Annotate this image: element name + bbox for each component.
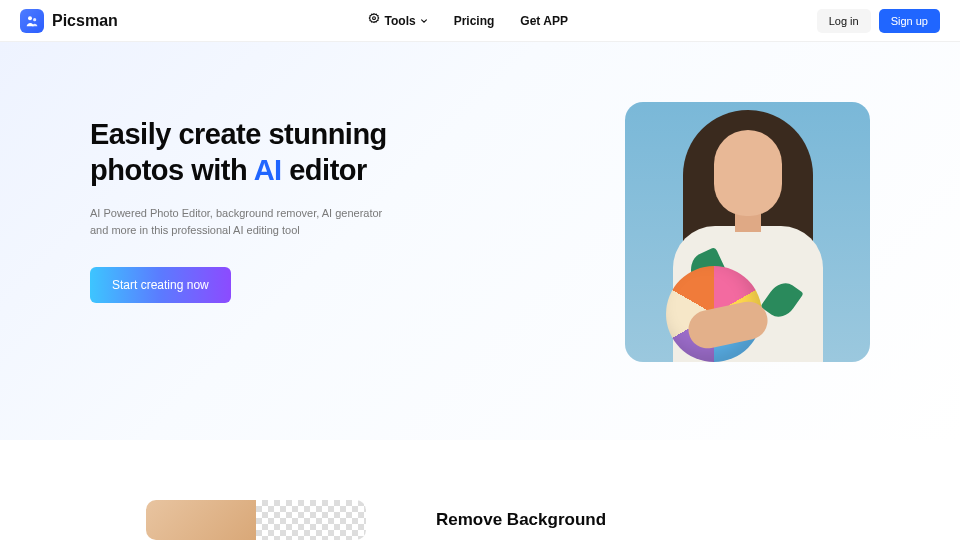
brand-name: Picsman bbox=[52, 12, 118, 30]
hero-text: Easily create stunning photos with AI ed… bbox=[90, 102, 420, 303]
chevron-down-icon bbox=[420, 17, 428, 25]
feature-image bbox=[146, 500, 366, 540]
nav-tools-label: Tools bbox=[385, 14, 416, 28]
nav-pricing-label: Pricing bbox=[454, 14, 495, 28]
nav-getapp[interactable]: Get APP bbox=[520, 14, 568, 28]
hero-image bbox=[625, 102, 870, 362]
logo[interactable]: Picsman bbox=[20, 9, 118, 33]
nav-right: Log in Sign up bbox=[817, 9, 940, 33]
svg-point-1 bbox=[33, 18, 36, 21]
signup-button[interactable]: Sign up bbox=[879, 9, 940, 33]
headline-part2: editor bbox=[282, 154, 367, 186]
hero-subtitle: AI Powered Photo Editor, background remo… bbox=[90, 205, 390, 239]
hero-section: Easily create stunning photos with AI ed… bbox=[0, 42, 960, 440]
svg-point-2 bbox=[372, 17, 375, 20]
nav-tools[interactable]: Tools bbox=[367, 12, 428, 29]
nav-center: Tools Pricing Get APP bbox=[367, 12, 568, 29]
headline-ai: AI bbox=[254, 154, 282, 186]
header: Picsman Tools Pricing Get APP Log in Sig… bbox=[0, 0, 960, 42]
start-creating-button[interactable]: Start creating now bbox=[90, 267, 231, 303]
headline: Easily create stunning photos with AI ed… bbox=[90, 116, 420, 189]
logo-icon bbox=[20, 9, 44, 33]
feature-section: Remove Background bbox=[0, 440, 960, 540]
svg-point-0 bbox=[28, 16, 32, 20]
login-button[interactable]: Log in bbox=[817, 9, 871, 33]
nav-getapp-label: Get APP bbox=[520, 14, 568, 28]
nav-pricing[interactable]: Pricing bbox=[454, 14, 495, 28]
gear-icon bbox=[367, 12, 381, 29]
feature-title: Remove Background bbox=[436, 510, 606, 530]
